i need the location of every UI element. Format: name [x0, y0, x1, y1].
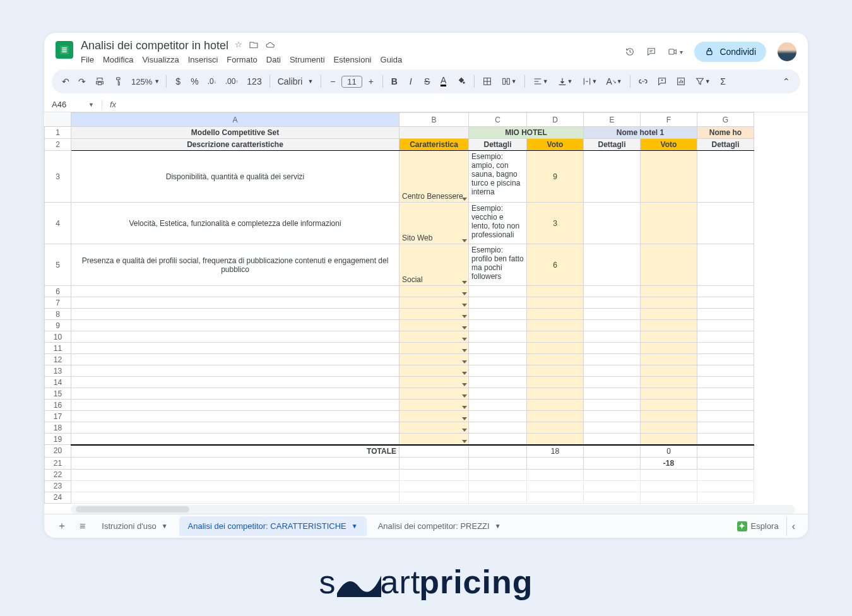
more-formats[interactable]: 123 [243, 73, 265, 90]
cell[interactable] [469, 480, 527, 492]
tab-menu-icon[interactable]: ▼ [162, 523, 168, 530]
cell[interactable] [641, 244, 697, 286]
sheet-tab-caratteristiche[interactable]: Analisi dei competitor: CARATTERISTICHE▼ [179, 516, 367, 536]
cell-dropdown[interactable] [399, 331, 469, 343]
borders-button[interactable] [478, 73, 496, 90]
cell[interactable] [527, 469, 584, 480]
row-header[interactable]: 8 [45, 309, 71, 320]
column-header-D[interactable]: D [527, 113, 584, 127]
cell[interactable] [697, 434, 754, 445]
menu-edit[interactable]: Modifica [103, 55, 133, 64]
cell[interactable]: Dettagli [584, 139, 641, 151]
cell[interactable]: Esempio: profilo ben fatto ma pochi foll… [469, 244, 527, 286]
side-panel-toggle-icon[interactable]: ‹ [786, 517, 800, 536]
dropdown-arrow-icon[interactable] [462, 394, 467, 398]
cell[interactable] [71, 377, 399, 388]
cell-dropdown[interactable] [399, 388, 469, 400]
cell[interactable] [527, 388, 584, 400]
row-header[interactable]: 17 [45, 411, 71, 422]
cell[interactable]: Descrizione caratteristiche [71, 139, 399, 151]
cell[interactable] [527, 320, 584, 331]
cell[interactable]: Modello Competitive Set [71, 127, 399, 139]
tab-menu-icon[interactable]: ▼ [495, 523, 501, 530]
row-header[interactable]: 16 [45, 400, 71, 411]
dropdown-arrow-icon[interactable] [462, 383, 467, 386]
row-header[interactable]: 1 [45, 127, 71, 139]
dropdown-arrow-icon[interactable] [462, 417, 467, 420]
redo-icon[interactable]: ↷ [74, 73, 90, 90]
font-size-input[interactable]: 11 [341, 76, 362, 88]
cell[interactable] [584, 411, 641, 422]
cell[interactable] [71, 400, 399, 411]
cell-dropdown[interactable]: Centro Benessere [399, 151, 469, 203]
italic-button[interactable]: I [403, 73, 418, 90]
cell[interactable] [584, 320, 641, 331]
text-color-button[interactable]: A [436, 73, 451, 90]
cell[interactable] [641, 343, 697, 354]
cell[interactable] [469, 434, 527, 445]
cell[interactable] [697, 492, 754, 503]
cell[interactable] [71, 388, 399, 400]
cell-dropdown[interactable] [399, 365, 469, 377]
format-currency[interactable]: $ [170, 73, 186, 90]
functions-button[interactable]: Σ [716, 73, 731, 90]
comments-icon[interactable] [646, 47, 656, 57]
cell[interactable] [469, 354, 527, 365]
format-percent[interactable]: % [187, 73, 202, 90]
cell[interactable] [584, 343, 641, 354]
column-header-A[interactable]: A [71, 113, 399, 127]
select-all-corner[interactable] [45, 113, 71, 127]
cell[interactable] [469, 422, 527, 434]
sheet-tab-prezzi[interactable]: Analisi dei competitor: PREZZI▼ [369, 516, 510, 536]
row-header[interactable]: 2 [45, 139, 71, 151]
font-family-select[interactable]: Calibri ▼ [274, 73, 317, 90]
menu-view[interactable]: Visualizza [142, 55, 179, 64]
formula-input[interactable] [120, 97, 808, 112]
cell[interactable] [697, 377, 754, 388]
cell[interactable] [584, 400, 641, 411]
menu-format[interactable]: Formato [227, 55, 257, 64]
menu-extensions[interactable]: Estensioni [334, 55, 372, 64]
cell[interactable] [697, 422, 754, 434]
cell[interactable] [641, 297, 697, 309]
cell[interactable] [71, 411, 399, 422]
cell[interactable] [697, 151, 754, 203]
dropdown-arrow-icon[interactable] [462, 239, 467, 242]
cell[interactable] [697, 411, 754, 422]
dropdown-arrow-icon[interactable] [462, 360, 467, 364]
tab-menu-icon[interactable]: ▼ [352, 523, 358, 530]
history-icon[interactable] [625, 47, 635, 57]
cell[interactable] [469, 492, 527, 503]
cell[interactable] [71, 286, 399, 297]
row-header[interactable]: 11 [45, 343, 71, 354]
menu-tools[interactable]: Strumenti [290, 55, 325, 64]
row-header[interactable]: 15 [45, 388, 71, 400]
cell[interactable] [469, 377, 527, 388]
cell[interactable] [71, 469, 399, 480]
dropdown-arrow-icon[interactable] [462, 281, 467, 284]
cell[interactable] [469, 331, 527, 343]
cell[interactable] [584, 469, 641, 480]
insert-chart-button[interactable] [672, 73, 690, 90]
cell[interactable] [584, 480, 641, 492]
row-header[interactable]: 19 [45, 434, 71, 445]
column-header-C[interactable]: C [469, 113, 527, 127]
dropdown-arrow-icon[interactable] [462, 429, 467, 432]
menu-insert[interactable]: Inserisci [188, 55, 218, 64]
cell[interactable]: Dettagli [697, 139, 754, 151]
cell[interactable] [469, 343, 527, 354]
cell[interactable] [71, 492, 399, 503]
cell[interactable] [697, 203, 754, 244]
row-header[interactable]: 12 [45, 354, 71, 365]
name-box-dropdown-icon[interactable]: ▼ [85, 102, 98, 108]
cell[interactable] [71, 422, 399, 434]
text-wrap-button[interactable]: ▼ [578, 73, 601, 90]
cell[interactable] [71, 354, 399, 365]
undo-icon[interactable]: ↶ [58, 73, 73, 90]
move-icon[interactable] [249, 40, 259, 52]
cell[interactable] [641, 151, 697, 203]
row-header[interactable]: 20 [45, 445, 71, 458]
cell[interactable] [697, 320, 754, 331]
cell-dropdown[interactable] [399, 434, 469, 445]
cell[interactable]: Caratteristica [399, 139, 469, 151]
